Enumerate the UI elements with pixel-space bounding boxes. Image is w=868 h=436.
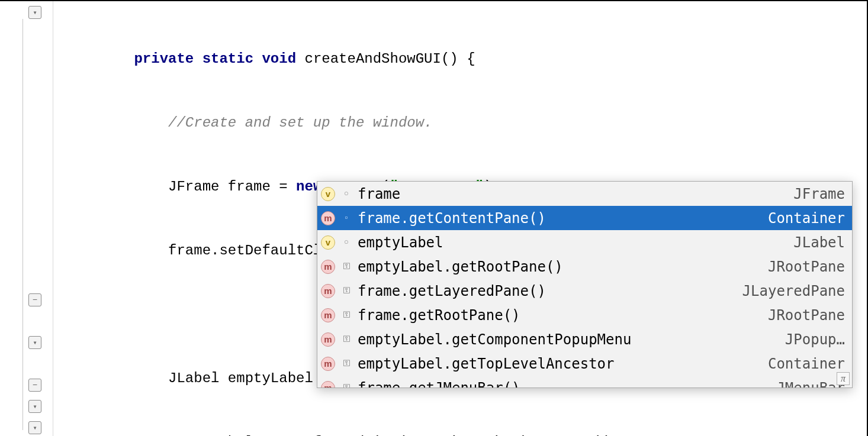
completion-name: frame.getLayeredPane() [358,283,737,299]
visibility-icon: ⚿ [341,310,352,321]
variable-icon: v [321,187,335,201]
completion-name: emptyLabel [358,234,787,251]
completion-name: frame.getRootPane() [358,307,762,324]
completion-item[interactable]: v○frameJFrame [317,182,852,206]
visibility-icon: ⚿ [341,286,352,296]
method-icon: m [321,308,335,322]
completion-name: frame.getContentPane() [358,210,762,227]
fold-guide [22,19,23,430]
method-icon: m [321,332,335,347]
completion-item[interactable]: v○emptyLabelJLabel [317,230,852,254]
code-line[interactable]: emptyLabel.setPreferredSize(new Dimensio… [53,432,867,436]
completion-item[interactable]: m⚿emptyLabel.getTopLevelAncestorContaine… [317,351,852,376]
method-icon: m [321,284,335,298]
completion-item[interactable]: m⚿frame.getRootPane()JRootPane [317,303,852,327]
fold-icon[interactable] [28,336,41,349]
fold-icon[interactable] [28,293,41,306]
code-line[interactable]: //Create and set up the window. [53,112,867,134]
fold-icon[interactable] [28,6,41,19]
method-icon: m [321,381,335,389]
gutter [0,1,53,436]
method-icon: m [321,260,335,274]
completion-item[interactable]: m⚿frame.getLayeredPane()JLayeredPane [317,279,852,303]
completion-type: JRootPane [768,259,845,275]
visibility-icon: ○ [341,237,352,248]
completion-name: frame.getJMenuBar() [358,380,770,389]
visibility-icon: ⚿ [341,334,352,345]
completion-type: Container [768,210,845,227]
completion-type: Container [768,356,845,372]
method-icon: m [321,211,335,225]
fold-icon[interactable] [28,421,41,434]
visibility-icon: ○ [341,189,352,199]
completion-type: JMenuBar [776,380,845,389]
completion-item[interactable]: m⚿emptyLabel.getRootPane()JRootPane [317,254,852,279]
completion-name: emptyLabel.getComponentPopupMenu [358,331,779,348]
visibility-icon: ⚿ [341,383,352,389]
visibility-icon: ▫ [341,213,352,224]
completion-item[interactable]: m▫frame.getContentPane()Container [317,206,852,230]
completion-item[interactable]: m⚿emptyLabel.getComponentPopupMenuJPopup… [317,327,852,351]
completion-name: emptyLabel.getTopLevelAncestor [358,356,762,372]
code-line[interactable]: private static void createAndShowGUI() { [53,49,867,70]
completion-name: frame [358,186,787,202]
method-icon: m [321,357,335,371]
fold-icon[interactable] [28,400,41,413]
completion-type: JPopup… [785,331,845,348]
variable-icon: v [321,235,335,250]
completion-type: JRootPane [768,307,845,324]
completion-name: emptyLabel.getRootPane() [358,259,762,275]
completion-type: JFrame [793,186,845,202]
completion-item[interactable]: m⚿frame.getJMenuBar()JMenuBar [317,376,852,388]
visibility-icon: ⚿ [341,359,352,369]
visibility-icon: ⚿ [341,261,352,272]
completion-type: JLabel [793,234,845,251]
pi-icon[interactable]: π [837,372,850,385]
autocomplete-popup[interactable]: v○frameJFramem▫frame.getContentPane()Con… [317,181,853,388]
fold-icon[interactable] [28,379,41,392]
completion-type: JLayeredPane [742,283,845,299]
